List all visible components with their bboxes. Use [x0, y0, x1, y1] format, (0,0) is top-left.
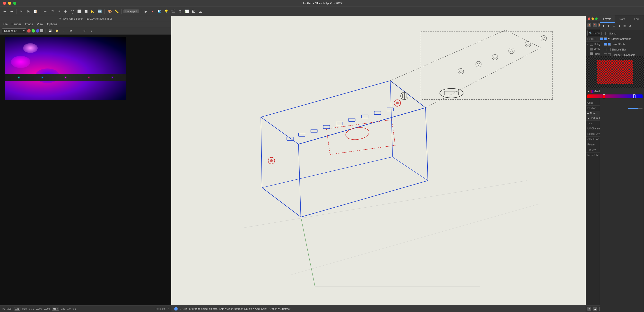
svg-point-13	[396, 101, 399, 104]
stamp-vis[interactable]	[605, 32, 608, 35]
ae-refresh-button[interactable]: ↺	[588, 307, 591, 311]
ae-save-button[interactable]: 💾	[593, 307, 597, 311]
position-slider[interactable]	[628, 108, 642, 109]
layer-reset-button[interactable]: ↺	[628, 24, 632, 29]
close-button[interactable]	[3, 2, 6, 5]
sharpen-vis[interactable]	[608, 48, 611, 51]
tab-stats[interactable]: Stats	[614, 15, 629, 23]
toolbar-icon-14[interactable]: 🔤	[97, 8, 102, 14]
toolbar-icon-1[interactable]: ↩	[2, 8, 8, 14]
denoiser-vis[interactable]	[608, 53, 611, 56]
menu-icon[interactable]: ≡	[168, 308, 169, 310]
toolbar-icon-16[interactable]: 📏	[114, 8, 119, 14]
toolbar-icon-9[interactable]: ⊕	[63, 8, 68, 14]
vfb-menu-render[interactable]: Render	[12, 22, 21, 26]
layer-stamp[interactable]: Stamp	[600, 31, 644, 36]
tab-log[interactable]: Log	[629, 15, 644, 23]
vfb-menu-file[interactable]: File	[3, 22, 8, 26]
vfb-menu-options[interactable]: Options	[47, 22, 57, 26]
save-all-button[interactable]: 📁	[54, 28, 60, 34]
sketchup-viewport[interactable]: ℹ Click or drag to select objects. Shift…	[171, 16, 586, 312]
layer-move-up-button[interactable]: ⬇	[612, 24, 616, 29]
sample-size-select[interactable]: 1x1	[14, 307, 20, 311]
layer-lens-effects[interactable]: ✓ ✓ Lens Effects	[600, 41, 644, 47]
info-button[interactable]: ℹ	[88, 28, 94, 34]
geo-icon[interactable]: 📍	[593, 23, 596, 27]
gradient-stop-1[interactable]	[603, 94, 605, 98]
toolbar-icon-4[interactable]: ⎘	[26, 8, 31, 14]
stamp-label: Stamp	[609, 32, 616, 35]
vray-icon-6[interactable]: ⚙	[177, 8, 183, 14]
toolbar-icon-2[interactable]: ↪	[9, 8, 14, 14]
toolbar-icon-10[interactable]: ◯	[70, 8, 75, 14]
clear-button[interactable]: 🗑	[68, 28, 74, 34]
separator-2	[40, 9, 40, 14]
svg-line-43	[301, 217, 315, 287]
vray-icon-3[interactable]: 🌊	[157, 8, 162, 14]
r-value: 0.31	[29, 308, 34, 310]
toolbar-icon-12[interactable]: 🔲	[83, 8, 89, 14]
toolbar-icon-7[interactable]: ⬚	[49, 8, 55, 14]
channel-alpha-button[interactable]	[40, 29, 43, 32]
toolbar-icon-11[interactable]: ⬜	[76, 8, 82, 14]
toolbar-icon-13[interactable]: 📐	[90, 8, 96, 14]
render-output	[5, 37, 126, 100]
colorspace-select[interactable]: HSV	[52, 307, 59, 311]
minimize-button[interactable]	[8, 2, 11, 5]
mesh-light-icon	[590, 48, 593, 50]
stamp-checkbox[interactable]	[602, 32, 604, 35]
vray-icon-7[interactable]: 📊	[184, 8, 190, 14]
maximize-button[interactable]	[13, 2, 16, 5]
toolbar-icon-5[interactable]: 📋	[32, 8, 38, 14]
layer-move-down-button[interactable]: ⬆	[617, 24, 622, 29]
lens-effects-label: Lens Effects	[612, 43, 625, 46]
layer-remove-button[interactable]: ⬆	[606, 24, 611, 29]
vfb-menubar: File Render Image View Options	[0, 21, 171, 27]
layer-list-button[interactable]: ☰	[622, 24, 627, 29]
separator-1	[16, 9, 17, 14]
vfb-image-area[interactable]	[0, 34, 171, 305]
toolbar-icon-8[interactable]: ↗	[56, 8, 62, 14]
compare-button[interactable]: ↔	[74, 28, 80, 34]
ae-min-button[interactable]	[592, 17, 594, 20]
svg-point-10	[268, 157, 274, 164]
tab-layers[interactable]: Layers	[600, 15, 614, 23]
svg-rect-22	[336, 122, 343, 125]
scene-icon[interactable]: 🏠	[588, 23, 591, 27]
layer-sharpen-blur[interactable]: Sharpen/Blur	[600, 47, 644, 52]
reset-button[interactable]: ↺	[82, 28, 87, 34]
toolbar-icon-3[interactable]: ✂	[19, 8, 24, 14]
separator-4	[121, 9, 122, 14]
save-image-button[interactable]: 💾	[48, 28, 53, 34]
display-checkbox[interactable]: ✓	[600, 37, 603, 40]
ae-max-button[interactable]	[595, 17, 598, 20]
lens-checkbox[interactable]: ✓	[604, 43, 607, 46]
channel-red-button[interactable]	[27, 29, 30, 32]
vray-icon-8[interactable]: 🖼	[191, 8, 196, 14]
vfb-statusbar: [797,203] 1x1 Raw 0.31 0.000 0.095 HSV 2…	[0, 305, 171, 312]
sharpen-checkbox[interactable]	[604, 48, 607, 51]
svg-rect-20	[311, 129, 318, 133]
toolbar-icon-6[interactable]: ✏	[42, 8, 48, 14]
vfb-menu-view[interactable]: View	[37, 22, 43, 26]
vray-icon-2[interactable]: 🔺	[150, 8, 156, 14]
toolbar-icon-15[interactable]: 🎨	[107, 8, 112, 14]
gradient-stop-2[interactable]	[633, 94, 636, 98]
denoiser-checkbox[interactable]	[604, 53, 607, 56]
color-mode-select[interactable]: RGB color Alpha Luminance	[2, 28, 26, 33]
gradient-bar[interactable]	[588, 94, 642, 98]
lens-vis[interactable]: ✓	[608, 43, 611, 46]
ae-close-button[interactable]	[588, 17, 590, 20]
tag-badge[interactable]: Untagged	[124, 9, 139, 13]
vray-icon-4[interactable]: 💡	[164, 8, 170, 14]
channel-blue-button[interactable]	[36, 29, 39, 32]
vfb-menu-image[interactable]: Image	[25, 22, 33, 26]
region-select-button[interactable]: ⬚	[61, 28, 67, 34]
display-vis[interactable]: ✓	[604, 37, 607, 40]
vray-icon-5[interactable]: 🎬	[170, 8, 176, 14]
vray-icon-9[interactable]: ☁	[198, 8, 204, 14]
layer-add-button[interactable]: ⬇	[601, 24, 605, 29]
channel-green-button[interactable]	[32, 29, 35, 32]
layer-display-correction[interactable]: ✓ ✓ ▼ Display Correction	[600, 36, 644, 41]
vray-icon-1[interactable]: ▶	[143, 8, 149, 14]
